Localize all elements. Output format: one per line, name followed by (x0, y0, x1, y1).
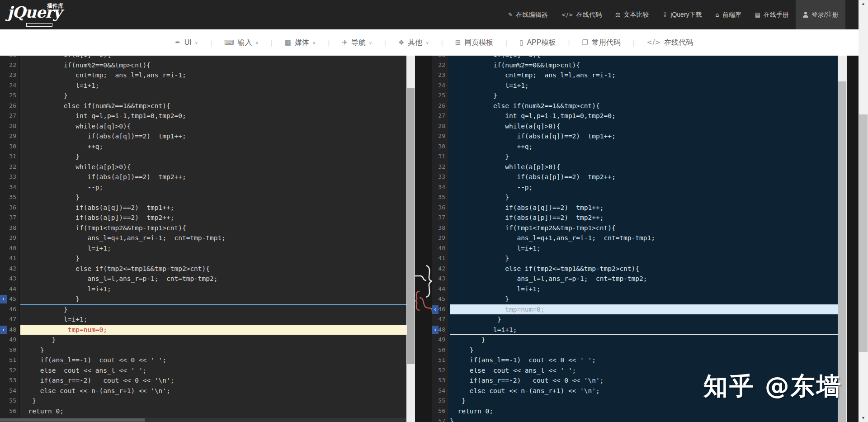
line-number-left-52: 52 (9, 365, 16, 376)
nav-item-compare[interactable]: ⚖文本比较 (609, 0, 656, 29)
line-number-right-40: 40 (438, 243, 445, 254)
line-number-left-31: 31 (9, 152, 16, 162)
line-number-left-39: 39 (9, 233, 16, 243)
line-number-right-29: 29 (438, 131, 445, 142)
scroll-up-arrow-icon[interactable]: ▲ (859, 0, 868, 8)
line-number-right-35: 35 (438, 192, 445, 203)
line-number-left-45: 45 (9, 294, 16, 304)
code-row-left-37: if(abs(a[p])==2) tmp2++; (20, 213, 406, 223)
code-row-left-23: cnt=tmp; ans_l=l,ans_r=i-1; (20, 70, 406, 81)
line-number-right-48: 48 (438, 325, 445, 335)
line-number-right-49: 49 (438, 335, 445, 345)
line-number-right-45: 45 (438, 294, 445, 304)
page-scroll-thumb[interactable] (859, 114, 868, 352)
code-row-left-38: if(tmp1<tmp2&&tmp-tmp1>cnt){ (20, 223, 406, 233)
code-row-left-43: ans_l=l,ans_r=p-1; cnt=tmp-tmp2; (20, 274, 406, 284)
line-number-left-51: 51 (9, 355, 16, 365)
code-row-left-30: ++q; (20, 142, 406, 152)
category-navbar: ✒UI∨|⌨输入∨|▦媒体∨|✈导航∨|❖其他∨|⊞网页模板|▯APP模板|❐常… (0, 29, 868, 56)
code-row-right-24: l=i+1; (450, 81, 838, 91)
code-row-left-46: } (20, 304, 406, 315)
plane-icon: ✈ (342, 38, 348, 47)
line-number-left-44: 44 (9, 284, 16, 294)
subnav-item-input[interactable]: ⌨输入∨ (212, 38, 271, 47)
line-number-left-46: 46 (9, 304, 16, 315)
line-number-left-36: 36 (9, 203, 16, 213)
keyboard-icon: ⌨ (224, 38, 234, 47)
scroll-down-arrow-icon[interactable]: ▼ (859, 414, 868, 422)
bank-icon: ⌂ (716, 11, 719, 18)
line-number-right-43: 43 (438, 274, 445, 284)
nav-item-editor[interactable]: ✎在线编辑器 (501, 0, 555, 29)
line-number-right-42: 42 (438, 264, 445, 274)
nav-item-download-label: jQuery下载 (670, 11, 702, 19)
line-number-left-40: 40 (9, 243, 16, 254)
line-number-right-47: 47 (438, 314, 445, 325)
line-number-left-26: 26 (9, 101, 16, 111)
left-horizontal-scrollbar[interactable] (0, 418, 406, 422)
line-number-right-56: 56 (438, 406, 445, 417)
page-scrollbar[interactable]: ▲ ▼ (859, 0, 868, 422)
line-number-left-38: 38 (9, 223, 16, 233)
code-row-left-33: if(abs(a[p])==2) tmp2++; (20, 172, 406, 182)
line-number-left-24: 24 (9, 81, 16, 91)
right-gutter: 2122232425262728293031323334353637383940… (432, 56, 449, 422)
subnav-item-web-template[interactable]: ⊞网页模板 (443, 38, 506, 47)
nav-item-code-label: 在线代码 (576, 11, 602, 19)
nav-item-download[interactable]: ↧jQuery下载 (656, 0, 708, 29)
line-number-right-50: 50 (438, 345, 445, 356)
line-number-left-29: 29 (9, 131, 16, 142)
left-code-panel: 2122232425262728293031323334353637383940… (0, 56, 406, 422)
code-row-left-47: l=i+1; (20, 314, 406, 325)
left-horizontal-scroll-thumb[interactable] (0, 418, 145, 422)
code-row-right-50: } (450, 345, 838, 356)
nav-item-frontend[interactable]: ⌂前端库 (709, 0, 748, 29)
line-number-left-22: 22 (9, 60, 16, 71)
line-number-left-54: 54 (9, 386, 16, 396)
subnav-item-ui[interactable]: ✒UI∨ (163, 38, 210, 47)
nav-item-manual[interactable]: ▤在线手册 (748, 0, 796, 29)
code-row-left-35: } (20, 192, 406, 203)
diff-marker-icon: › (0, 326, 7, 334)
code-row-left-34: --p; (20, 182, 406, 193)
code-row-left-29: if(abs(a[q])==2) tmp1++; (20, 131, 406, 142)
line-number-right-44: 44 (438, 284, 445, 294)
code-row-right-23: cnt=tmp; ans_l=l,ans_r=i-1; (450, 70, 838, 81)
subnav-item-other[interactable]: ❖其他∨ (386, 38, 441, 47)
line-number-right-22: 22 (438, 60, 445, 71)
subnav-item-ui-label: UI (184, 38, 192, 47)
line-number-right-31: 31 (438, 152, 445, 162)
right-vertical-scrollbar[interactable] (838, 56, 847, 422)
site-logo[interactable]: jQuery 插件库 (7, 3, 84, 27)
code-row-right-57: } (450, 416, 838, 422)
puzzle-icon: ❖ (398, 38, 404, 47)
subnav-item-online-code[interactable]: </>在线代码 (635, 38, 705, 47)
code-row-right-38: if(tmp1<tmp2&&tmp-tmp1>cnt){ (450, 223, 838, 233)
diff-connectors (415, 259, 432, 322)
code-row-right-42: else if(tmp2<=tmp1&&tmp-tmp2>cnt){ (450, 264, 838, 274)
nav-item-code[interactable]: </>在线代码 (555, 0, 609, 29)
subnav-item-navigation[interactable]: ✈导航∨ (330, 38, 384, 47)
compare-icon: ⚖ (615, 11, 621, 18)
code-row-left-55: } (20, 396, 406, 406)
code-row-right-28: while(a[q]>0){ (450, 121, 838, 132)
subnav-item-common-code[interactable]: ❐常用代码 (570, 38, 632, 47)
nav-item-login[interactable]: 登录/注册 (796, 0, 845, 29)
line-number-right-52: 52 (438, 365, 445, 376)
left-vertical-scroll-thumb[interactable] (407, 88, 415, 364)
code-row-right-21: if(a[i]==0){ (450, 56, 838, 60)
subnav-item-media[interactable]: ▦媒体∨ (273, 38, 328, 47)
page: jQuery 插件库 ✎在线编辑器</>在线代码⚖文本比较↧jQuery下载⌂前… (0, 0, 868, 422)
subnav-item-app-template[interactable]: ▯APP模板 (507, 38, 568, 47)
line-number-left-23: 23 (9, 70, 16, 81)
subnav-item-online-code-label: 在线代码 (664, 38, 693, 47)
right-code-panel: 2122232425262728293031323334353637383940… (432, 56, 838, 422)
code-row-left-54: else cout << n-(ans_r+1) << '\n'; (20, 386, 406, 396)
nav-item-editor-label: 在线编辑器 (516, 11, 548, 19)
line-number-right-55: 55 (438, 396, 445, 406)
diff-underline (450, 334, 838, 335)
line-number-left-42: 42 (9, 264, 16, 274)
line-number-left-53: 53 (9, 375, 16, 386)
left-vertical-scrollbar[interactable] (406, 56, 415, 422)
book-icon: ▤ (755, 11, 760, 18)
